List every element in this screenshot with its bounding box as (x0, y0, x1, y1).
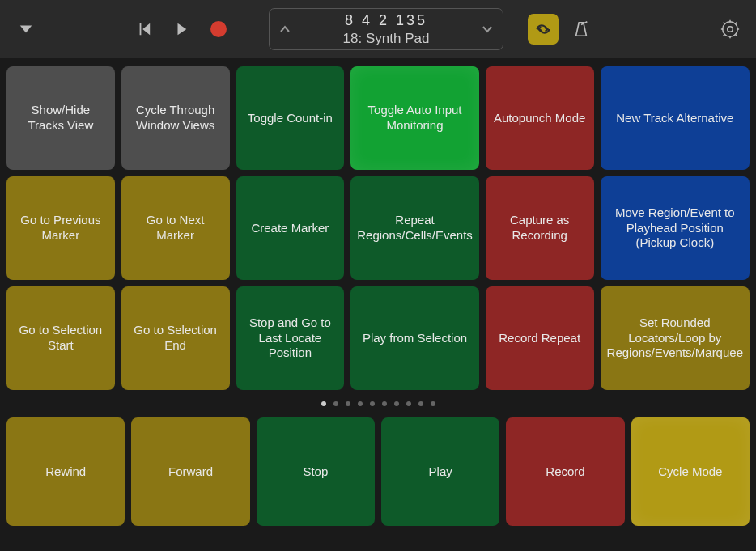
key-command-pad[interactable]: Play from Selection (350, 286, 479, 390)
page-dot[interactable] (406, 401, 411, 406)
svg-line-7 (724, 23, 725, 24)
page-dot[interactable] (370, 401, 375, 406)
page-dot[interactable] (394, 401, 399, 406)
page-dot[interactable] (418, 401, 423, 406)
key-command-pad[interactable]: Show/Hide Tracks View (6, 66, 115, 170)
key-command-pad[interactable]: Autopunch Mode (486, 66, 594, 170)
transport-pad-record[interactable]: Record (506, 417, 624, 526)
svg-line-8 (735, 34, 737, 36)
key-command-pad[interactable]: Create Marker (236, 176, 345, 280)
record-icon[interactable] (204, 15, 233, 44)
key-command-pad[interactable]: Cycle Through Window Views (121, 66, 230, 170)
display-patch-name: 18: Synth Pad (297, 30, 475, 47)
svg-line-9 (735, 23, 737, 24)
page-indicator[interactable] (0, 390, 756, 417)
key-command-pad[interactable]: Set Rounded Locators/Loop by Regions/Eve… (601, 286, 750, 390)
skip-back-icon[interactable] (130, 15, 159, 44)
transport-grid: RewindForwardStopPlayRecordCycle Mode (0, 417, 756, 532)
key-command-pad[interactable]: Repeat Regions/Cells/Events (350, 176, 479, 280)
transport-pad-play[interactable]: Play (381, 417, 499, 526)
key-command-pad[interactable]: New Track Alternative (601, 66, 750, 170)
display-next-icon[interactable] (478, 9, 496, 49)
play-icon[interactable] (167, 15, 196, 44)
key-command-pad[interactable]: Toggle Count-in (236, 66, 345, 170)
page-dot[interactable] (431, 401, 435, 406)
key-command-pad[interactable]: Go to Selection Start (6, 286, 115, 390)
key-command-pad[interactable]: Move Region/Event to Playhead Position (… (601, 176, 750, 280)
transport-pad-cycle-mode[interactable]: Cycle Mode (631, 417, 750, 526)
transport-pad-stop[interactable]: Stop (257, 417, 375, 526)
page-dot[interactable] (346, 401, 350, 406)
menu-disclosure-icon[interactable] (11, 15, 40, 44)
key-command-pad[interactable]: Go to Next Marker (121, 176, 230, 280)
key-command-pad[interactable]: Record Repeat (486, 286, 594, 390)
settings-gear-icon[interactable] (716, 15, 745, 44)
display-prev-icon[interactable] (276, 9, 294, 49)
display-position: 8 4 2 135 (297, 11, 475, 30)
toolbar: 8 4 2 135 18: Synth Pad (0, 0, 756, 58)
key-command-pad[interactable]: Go to Selection End (121, 286, 230, 390)
transport-pad-forward[interactable]: Forward (131, 417, 249, 526)
page-dot[interactable] (333, 401, 338, 406)
metronome-icon[interactable] (567, 15, 596, 44)
svg-point-2 (728, 27, 733, 32)
key-command-pad[interactable]: Toggle Auto Input Monitoring (350, 66, 479, 170)
page-dot[interactable] (321, 401, 326, 406)
cycle-toggle-button[interactable] (528, 14, 559, 45)
key-command-grid: Show/Hide Tracks ViewCycle Through Windo… (6, 66, 750, 390)
key-command-pad[interactable]: Capture as Recording (486, 176, 594, 280)
key-command-pad[interactable]: Go to Previous Marker (6, 176, 115, 280)
lcd-display: 8 4 2 135 18: Synth Pad (269, 8, 503, 50)
transport-pad-rewind[interactable]: Rewind (6, 417, 125, 526)
key-command-pad[interactable]: Stop and Go to Last Locate Position (236, 286, 345, 390)
page-dot[interactable] (382, 401, 387, 406)
svg-line-10 (724, 34, 725, 36)
page-dot[interactable] (358, 401, 363, 406)
